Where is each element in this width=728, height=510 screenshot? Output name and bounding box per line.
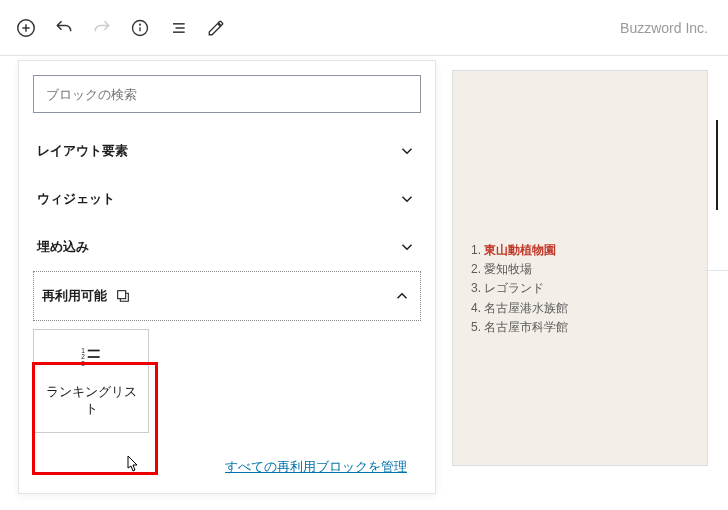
reusable-icon	[115, 288, 131, 304]
outline-button[interactable]	[160, 10, 196, 46]
search-input[interactable]	[33, 75, 421, 113]
redo-icon	[92, 18, 112, 38]
undo-icon	[54, 18, 74, 38]
reusable-block-ranking-list[interactable]: 123 ランキングリスト	[33, 329, 149, 433]
chevron-down-icon	[397, 189, 417, 209]
side-decoration	[716, 120, 728, 210]
info-icon	[130, 18, 150, 38]
preview-panel: 東山動植物園 愛知牧場 レゴランド 名古屋港水族館 名古屋市科学館	[436, 56, 728, 510]
category-embeds[interactable]: 埋め込み	[33, 223, 421, 271]
info-button[interactable]	[122, 10, 158, 46]
pencil-icon	[207, 19, 225, 37]
category-scroll[interactable]: レイアウト要素 ウィジェット 埋め込み 再利用可能	[19, 127, 435, 493]
category-label: ウィジェット	[37, 190, 115, 208]
list-item: 愛知牧場	[471, 260, 689, 279]
list-item: 名古屋港水族館	[471, 299, 689, 318]
chevron-up-icon	[392, 286, 412, 306]
brand-label: Buzzword Inc.	[620, 20, 720, 36]
list-item: 東山動植物園	[471, 241, 689, 260]
svg-point-5	[140, 24, 141, 25]
toolbar: Buzzword Inc.	[0, 0, 728, 56]
list-item: 名古屋市科学館	[471, 318, 689, 337]
list-icon	[168, 18, 188, 38]
preview-ranking-list: 東山動植物園 愛知牧場 レゴランド 名古屋港水族館 名古屋市科学館	[471, 241, 689, 337]
ordered-list-icon: 123	[78, 344, 104, 370]
category-layout-elements[interactable]: レイアウト要素	[33, 127, 421, 175]
list-item: レゴランド	[471, 279, 689, 298]
svg-text:3: 3	[81, 360, 85, 367]
side-border	[704, 270, 728, 271]
chevron-down-icon	[397, 237, 417, 257]
edit-button[interactable]	[198, 10, 234, 46]
category-reusable[interactable]: 再利用可能	[33, 271, 421, 321]
add-block-button[interactable]	[8, 10, 44, 46]
chevron-down-icon	[397, 141, 417, 161]
reusable-block-grid: 123 ランキングリスト	[33, 321, 421, 441]
category-widgets[interactable]: ウィジェット	[33, 175, 421, 223]
category-label: 埋め込み	[37, 238, 89, 256]
block-label: ランキングリスト	[34, 384, 148, 418]
svg-rect-9	[118, 291, 126, 299]
undo-button[interactable]	[46, 10, 82, 46]
manage-reusable-link-row: すべての再利用ブロックを管理	[33, 441, 421, 484]
redo-button[interactable]	[84, 10, 120, 46]
category-label: レイアウト要素	[37, 142, 128, 160]
manage-reusable-link[interactable]: すべての再利用ブロックを管理	[225, 459, 407, 474]
toolbar-left	[8, 10, 234, 46]
plus-circle-icon	[15, 17, 37, 39]
block-inserter-panel: レイアウト要素 ウィジェット 埋め込み 再利用可能	[18, 60, 436, 494]
preview-document: 東山動植物園 愛知牧場 レゴランド 名古屋港水族館 名古屋市科学館	[452, 70, 708, 466]
category-label: 再利用可能	[42, 287, 107, 305]
content-area: レイアウト要素 ウィジェット 埋め込み 再利用可能	[0, 56, 728, 510]
